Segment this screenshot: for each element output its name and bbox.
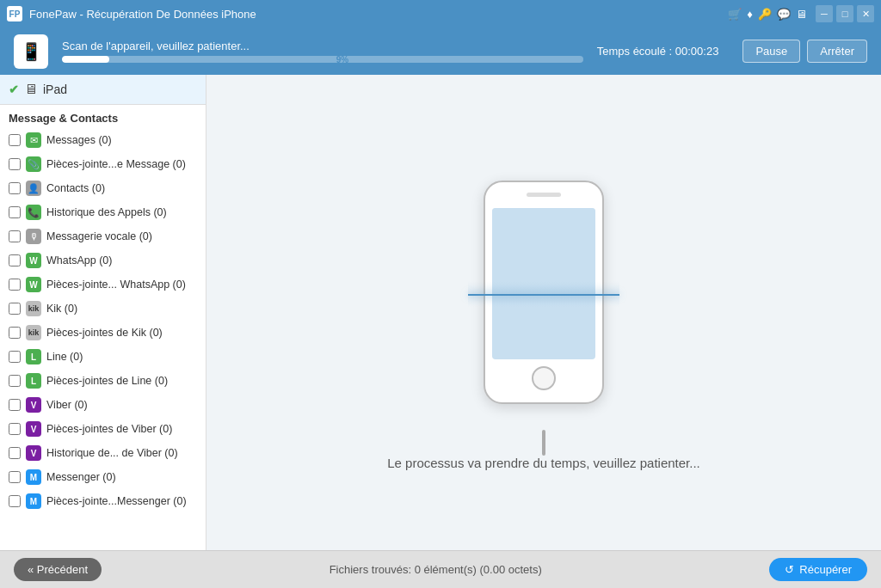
sidebar-item[interactable]: kik Kik (0): [0, 297, 206, 321]
device-checkmark: ✔: [9, 83, 19, 96]
sidebar-item[interactable]: 📞 Historique des Appels (0): [0, 200, 206, 224]
messages-label: Messages (0): [46, 134, 112, 146]
line-icon: L: [26, 349, 41, 364]
calls-checkbox[interactable]: [9, 206, 21, 218]
line-attach-checkbox[interactable]: [9, 375, 21, 387]
voicemail-icon: 🎙: [26, 229, 41, 244]
kik-attach-label: Pièces-jointes de Kik (0): [46, 327, 163, 339]
contacts-checkbox[interactable]: [9, 182, 21, 194]
back-button[interactable]: « Précédent: [14, 558, 102, 581]
back-label: « Précédent: [28, 563, 88, 576]
sidebar-item[interactable]: V Historique de... de Viber (0): [0, 441, 206, 465]
app-title: FonePaw - Récupération De Données iPhone: [29, 8, 728, 21]
phone-cable: [542, 430, 545, 456]
voicemail-label: Messagerie vocale (0): [46, 230, 152, 242]
sidebar-item[interactable]: M Pièces-jointe...Messenger (0): [0, 489, 206, 513]
sidebar-item[interactable]: V Viber (0): [0, 393, 206, 417]
stop-button[interactable]: Arrêter: [807, 40, 867, 63]
calls-icon: 📞: [26, 205, 41, 220]
minimize-button[interactable]: ─: [816, 5, 833, 22]
viber-history-label: Historique de... de Viber (0): [46, 447, 178, 459]
messenger-label: Messenger (0): [46, 471, 116, 483]
viber-history-checkbox[interactable]: [9, 447, 21, 459]
device-icon: 📱: [14, 34, 48, 69]
maximize-button[interactable]: □: [836, 5, 853, 22]
footer: « Précédent Fichiers trouvés: 0 élément(…: [0, 550, 881, 588]
window-controls[interactable]: ─ □ ✕: [816, 5, 874, 22]
calls-label: Historique des Appels (0): [46, 206, 167, 218]
scan-time: Temps écoulé : 00:00:23: [597, 45, 719, 58]
messenger-attach-icon: M: [26, 493, 41, 509]
phone-speaker: [527, 193, 561, 197]
chat-icon[interactable]: 💬: [777, 8, 791, 21]
sidebar-item[interactable]: L Pièces-jointes de Line (0): [0, 369, 206, 393]
scan-text: Scan de l'appareil, veuillez patienter..…: [62, 40, 583, 52]
scan-progress-fill: [62, 56, 109, 63]
sidebar-item[interactable]: V Pièces-jointes de Viber (0): [0, 417, 206, 441]
attachment-message-checkbox[interactable]: [9, 158, 21, 170]
messenger-icon: M: [26, 469, 41, 485]
scan-bar: 📱 Scan de l'appareil, veuillez patienter…: [0, 28, 881, 75]
pause-button[interactable]: Pause: [742, 40, 800, 63]
whatsapp-label: WhatsApp (0): [46, 254, 112, 266]
monitor-icon[interactable]: 🖥: [796, 8, 807, 21]
kik-attach-checkbox[interactable]: [9, 327, 21, 339]
viber-icon: V: [26, 397, 41, 413]
device-row[interactable]: ✔ 🖥 iPad: [0, 75, 206, 105]
contacts-icon: 👤: [26, 181, 41, 196]
whatsapp-attach-checkbox[interactable]: [9, 279, 21, 291]
ipad-icon: 🖥: [24, 82, 38, 97]
attachment-message-icon: 📎: [26, 156, 41, 172]
scan-actions: Pause Arrêter: [742, 40, 867, 63]
messages-icon: ✉: [26, 132, 41, 148]
kik-attach-icon: kik: [26, 325, 41, 340]
cart-icon[interactable]: 🛒: [728, 8, 742, 21]
recover-button[interactable]: ↺ Récupérer: [769, 558, 867, 581]
line-checkbox[interactable]: [9, 351, 21, 363]
kik-icon: kik: [26, 301, 41, 316]
title-bar-icons: 🛒 ♦ 🔑 💬 🖥: [728, 8, 807, 21]
app-logo: FP: [7, 6, 22, 21]
sidebar-item[interactable]: L Line (0): [0, 345, 206, 369]
sidebar-item[interactable]: W Pièces-jointe... WhatsApp (0): [0, 273, 206, 297]
scan-progress-bar: 9%: [62, 56, 583, 63]
messenger-attach-checkbox[interactable]: [9, 495, 21, 507]
sidebar-item[interactable]: kik Pièces-jointes de Kik (0): [0, 321, 206, 345]
line-attach-icon: L: [26, 373, 41, 389]
sidebar-item[interactable]: M Messenger (0): [0, 465, 206, 489]
key-icon[interactable]: 🔑: [758, 8, 772, 21]
viber-label: Viber (0): [46, 399, 88, 411]
sidebar: ✔ 🖥 iPad Message & Contacts ✉ Messages (…: [0, 75, 206, 550]
sidebar-item[interactable]: W WhatsApp (0): [0, 248, 206, 273]
kik-checkbox[interactable]: [9, 303, 21, 315]
contacts-label: Contacts (0): [46, 182, 105, 194]
viber-history-icon: V: [26, 445, 41, 461]
line-label: Line (0): [46, 351, 83, 363]
recover-icon: ↺: [785, 563, 794, 576]
attachment-message-label: Pièces-jointe...e Message (0): [46, 158, 186, 170]
device-name: iPad: [43, 83, 67, 96]
sidebar-item[interactable]: 📎 Pièces-jointe...e Message (0): [0, 152, 206, 176]
whatsapp-attach-icon: W: [26, 277, 41, 292]
phone-illustration: [458, 155, 630, 430]
viber-attach-checkbox[interactable]: [9, 423, 21, 435]
footer-status: Fichiers trouvés: 0 élément(s) (0.00 oct…: [102, 563, 769, 576]
scan-message: Le processus va prendre du temps, veuill…: [387, 456, 700, 470]
recover-label: Récupérer: [799, 563, 852, 576]
scan-progress-label: 9%: [336, 56, 348, 63]
messenger-checkbox[interactable]: [9, 471, 21, 483]
sidebar-item[interactable]: ✉ Messages (0): [0, 128, 206, 152]
right-panel: Le processus va prendre du temps, veuill…: [206, 75, 881, 550]
viber-checkbox[interactable]: [9, 399, 21, 411]
title-bar: FP FonePaw - Récupération De Données iPh…: [0, 0, 881, 28]
messages-checkbox[interactable]: [9, 134, 21, 146]
kik-label: Kik (0): [46, 303, 77, 315]
line-attach-label: Pièces-jointes de Line (0): [46, 375, 168, 387]
messenger-attach-label: Pièces-jointe...Messenger (0): [46, 495, 187, 507]
whatsapp-checkbox[interactable]: [9, 254, 21, 266]
voicemail-checkbox[interactable]: [9, 230, 21, 242]
sidebar-item[interactable]: 👤 Contacts (0): [0, 176, 206, 200]
sidebar-item[interactable]: 🎙 Messagerie vocale (0): [0, 224, 206, 248]
close-button[interactable]: ✕: [857, 5, 874, 22]
diamond-icon[interactable]: ♦: [747, 8, 753, 21]
